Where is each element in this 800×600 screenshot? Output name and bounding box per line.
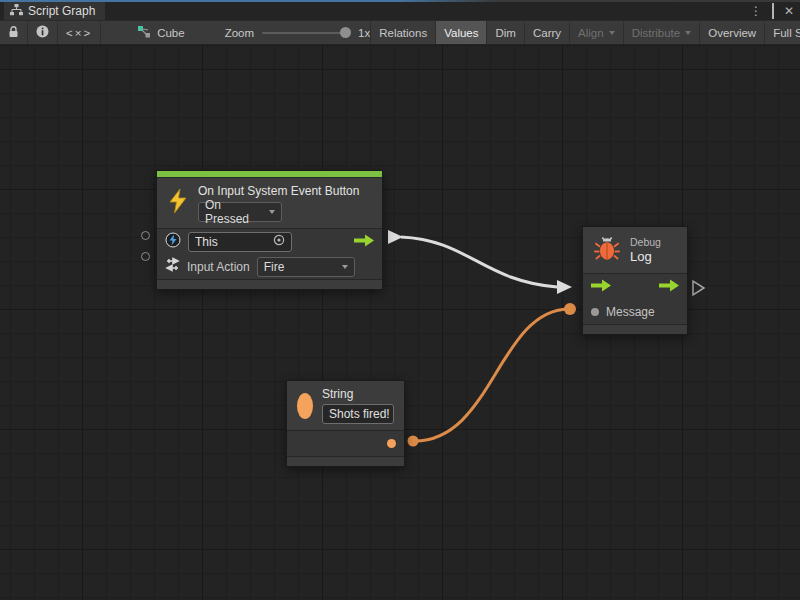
- chevron-down-icon: [269, 210, 275, 214]
- event-mode-dropdown[interactable]: On Pressed: [198, 202, 282, 222]
- zoom-control: Zoom 1x: [225, 21, 371, 44]
- graph-hierarchy-icon: [10, 2, 23, 20]
- event-node[interactable]: On Input System Event Button On Pressed …: [156, 170, 383, 290]
- value-wire-end-dot: [564, 303, 576, 315]
- event-action-row: Input Action Fire: [157, 254, 382, 279]
- gameobject-icon: [165, 232, 181, 252]
- script-graph-window: Script Graph ⋮ ✕ <×> Cube Zoom: [0, 0, 800, 600]
- close-icon[interactable]: ✕: [784, 2, 794, 20]
- debug-message-row: Message: [583, 299, 687, 324]
- input-action-dropdown[interactable]: Fire: [257, 257, 355, 277]
- flow-output-arrow-icon[interactable]: [354, 233, 374, 251]
- breadcrumb-label: Cube: [157, 27, 185, 39]
- event-this-row: This: [157, 229, 382, 254]
- titlebar: Script Graph ⋮ ✕: [0, 0, 800, 20]
- debug-node-title: Log: [630, 249, 661, 264]
- event-node-header: On Input System Event Button On Pressed: [157, 178, 382, 229]
- string-node-footer: [287, 456, 404, 466]
- message-label: Message: [606, 305, 655, 319]
- zoom-slider[interactable]: [262, 32, 350, 34]
- string-value-field[interactable]: Shots fired!: [322, 404, 394, 424]
- event-node-footer: [157, 279, 382, 289]
- flow-wire-start-arrow: [388, 230, 403, 244]
- fullscreen-button[interactable]: Full Screen: [764, 21, 800, 44]
- debug-log-node[interactable]: Debug Log Message: [582, 226, 688, 335]
- debug-node-category: Debug: [630, 236, 661, 248]
- event-node-title: On Input System Event Button: [198, 184, 359, 198]
- chevron-down-icon: [609, 31, 615, 35]
- string-node-body: [287, 431, 404, 456]
- flow-wire-end-arrow: [557, 280, 572, 294]
- graph-toolbar: <×> Cube Zoom 1x Relations Values Dim Ca…: [0, 20, 800, 45]
- tab-script-graph[interactable]: Script Graph: [4, 2, 105, 20]
- debug-node-header: Debug Log: [583, 227, 687, 274]
- value-wire: [413, 309, 568, 441]
- toolbar-toggles: Relations Values Dim Carry Align Distrib…: [370, 21, 800, 44]
- dim-button[interactable]: Dim: [486, 21, 523, 44]
- debug-flow-row: [583, 274, 687, 299]
- info-icon: [36, 25, 49, 40]
- string-node-title: String: [322, 387, 394, 401]
- object-picker-icon[interactable]: [273, 234, 285, 249]
- lock-icon: [8, 26, 19, 40]
- focus-indicator-line: [0, 0, 800, 2]
- overview-button[interactable]: Overview: [699, 21, 764, 44]
- tab-title: Script Graph: [28, 4, 95, 18]
- debug-node-footer: [583, 324, 687, 334]
- chevron-down-icon: [685, 31, 691, 35]
- input-action-icon: [165, 257, 180, 276]
- carry-button[interactable]: Carry: [524, 21, 569, 44]
- chevron-down-icon: [342, 265, 348, 269]
- string-node-header: String Shots fired!: [287, 381, 404, 431]
- string-type-icon: [297, 393, 313, 419]
- value-wire-start-dot: [408, 436, 419, 447]
- flow-output-arrow-icon[interactable]: [659, 278, 679, 296]
- debug-output-flow-port-triangle[interactable]: [693, 281, 704, 295]
- window-controls: ⋮ ✕: [750, 2, 794, 20]
- event-node-accent-bar: [157, 171, 382, 178]
- flow-input-arrow-icon[interactable]: [591, 278, 611, 296]
- lightning-bolt-icon: [167, 188, 189, 218]
- string-output-row: [287, 431, 404, 456]
- string-output-port[interactable]: [387, 439, 396, 448]
- flow-wire: [401, 237, 557, 287]
- values-button[interactable]: Values: [435, 21, 486, 44]
- window-menu-icon[interactable]: ⋮: [750, 2, 762, 20]
- zoom-slider-handle[interactable]: [340, 27, 351, 38]
- zoom-value: 1x: [358, 27, 370, 39]
- distribute-dropdown-button[interactable]: Distribute: [623, 21, 700, 44]
- debug-node-body: Message: [583, 274, 687, 324]
- zoom-label: Zoom: [225, 27, 254, 39]
- align-dropdown-button[interactable]: Align: [569, 21, 623, 44]
- relations-button[interactable]: Relations: [370, 21, 435, 44]
- graph-icon: [137, 25, 151, 40]
- graph-canvas[interactable]: On Input System Event Button On Pressed …: [0, 45, 800, 600]
- bug-icon: [593, 234, 621, 266]
- message-input-port[interactable]: [591, 308, 599, 316]
- maximize-icon[interactable]: [772, 2, 774, 20]
- event-node-body: This Input Action: [157, 229, 382, 279]
- string-node[interactable]: String Shots fired!: [286, 380, 405, 467]
- code-view-toggle-button[interactable]: <×>: [58, 21, 101, 44]
- lock-button[interactable]: [0, 21, 28, 44]
- event-this-port[interactable]: [141, 231, 150, 240]
- input-action-label: Input Action: [187, 260, 250, 274]
- this-object-field[interactable]: This: [188, 232, 292, 252]
- graph-breadcrumb[interactable]: Cube: [127, 21, 195, 44]
- event-action-port[interactable]: [141, 252, 150, 261]
- info-button[interactable]: [28, 21, 58, 44]
